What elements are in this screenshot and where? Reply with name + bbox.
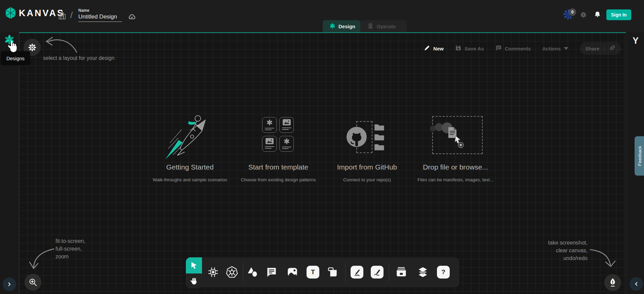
image-tool[interactable]	[285, 265, 300, 280]
design-tab-icon	[329, 23, 335, 30]
operate-tab-icon	[367, 23, 374, 30]
link-icon	[609, 44, 616, 52]
expand-left-panel-button[interactable]	[3, 278, 16, 291]
import-from-github-title[interactable]: Import from GitHub	[337, 163, 397, 171]
breadcrumb-separator: /	[70, 10, 73, 21]
layout-hint-text: select a layout for your design	[43, 54, 115, 62]
tab-operate[interactable]: Operate	[360, 20, 407, 32]
import-from-github-subtitle: Connect to your repo(s)	[343, 177, 391, 182]
template-thumb-design[interactable]	[262, 117, 277, 133]
cloud-save-status-icon	[128, 13, 136, 22]
zoom-controls-button[interactable]	[25, 274, 41, 291]
kanvas-logo-icon[interactable]	[5, 7, 16, 21]
comment-tool[interactable]	[264, 265, 279, 280]
drop-file-subtitle: Files can be manifests, images, text...	[417, 177, 493, 182]
feedback-label: Feedback	[637, 146, 642, 166]
save-icon	[455, 45, 461, 52]
left-rail	[0, 32, 19, 294]
actions-label: Actions	[542, 46, 561, 51]
canvas-actions-button[interactable]	[604, 274, 621, 291]
component-tool[interactable]	[206, 265, 220, 280]
new-label: New	[433, 46, 444, 51]
hand-cursor-icon	[7, 39, 19, 56]
notifications-bell-icon[interactable]	[594, 10, 601, 20]
actions-dropdown[interactable]: Actions	[542, 46, 568, 51]
design-name-label: Name	[78, 8, 89, 13]
getting-started-subtitle: Walk-throughs and sample scenarios	[153, 177, 227, 182]
tab-design[interactable]: Design	[323, 20, 360, 32]
notification-badge: 0	[569, 8, 576, 16]
organization-icon[interactable]	[58, 11, 67, 22]
drawer-tool[interactable]	[394, 265, 409, 280]
feedback-tab[interactable]: Feedback	[635, 136, 644, 176]
toolbar-divider	[345, 263, 346, 282]
bottom-left-hint: fit-to-screen, full-screen, zoom	[55, 237, 85, 260]
text-tool-glyph: T	[307, 266, 319, 279]
comments-button[interactable]: Comments	[495, 45, 531, 52]
share-divider	[604, 44, 604, 52]
sign-in-button[interactable]: Sign In	[606, 9, 631, 20]
start-from-template-subtitle: Choose from existing design patterns	[241, 177, 316, 182]
github-icon[interactable]	[346, 126, 367, 149]
pen-tool[interactable]	[350, 265, 364, 280]
new-button[interactable]: New	[424, 45, 444, 52]
design-canvas[interactable]	[19, 32, 626, 294]
collapse-right-panel-button[interactable]	[630, 277, 643, 291]
bottom-right-hint: take screenshot, clear canvas, undo/redo	[537, 239, 588, 262]
help-tool[interactable]: ?	[436, 265, 451, 280]
yaml-panel-icon[interactable]: Y	[633, 36, 639, 46]
template-thumb-image[interactable]	[279, 117, 294, 133]
pencil-tool[interactable]	[370, 265, 385, 280]
drop-file-illustration	[429, 122, 466, 153]
chevron-down-icon	[564, 47, 568, 50]
help-tool-glyph: ?	[437, 266, 450, 279]
share-label: Share	[585, 46, 599, 51]
getting-started-illustration[interactable]	[162, 111, 218, 163]
pencil-icon	[424, 45, 430, 52]
save-as-label: Save As	[465, 46, 484, 51]
layers-tool[interactable]	[415, 265, 430, 280]
repo-folder-icons	[374, 122, 385, 152]
share-button[interactable]: Share	[580, 42, 621, 55]
getting-started-title[interactable]: Getting Started	[166, 163, 213, 171]
toolbar-divider	[389, 263, 389, 282]
select-tool[interactable]	[186, 257, 202, 273]
text-tool[interactable]: T	[306, 265, 320, 280]
shapes-tool[interactable]	[245, 265, 260, 280]
template-thumb-image[interactable]	[262, 136, 277, 152]
design-name-input[interactable]	[78, 13, 122, 22]
design-action-bar: New Save As Comments Actions Share	[424, 42, 621, 55]
comments-icon	[495, 45, 502, 52]
tab-operate-label: Operate	[377, 24, 396, 29]
kubernetes-tool[interactable]	[225, 265, 239, 280]
comments-label: Comments	[505, 46, 531, 51]
template-thumb-design[interactable]	[279, 136, 294, 152]
drop-file-title[interactable]: Drop file or browse...	[423, 163, 488, 171]
save-as-button[interactable]: Save As	[455, 45, 484, 52]
note-tool[interactable]	[326, 265, 340, 280]
tab-design-label: Design	[338, 24, 355, 29]
start-from-template-title[interactable]: Start from template	[248, 163, 309, 171]
app-header: KANVAS / Name	[0, 0, 644, 32]
pan-tool[interactable]	[186, 273, 202, 288]
gear-icon[interactable]	[580, 11, 587, 20]
toolbar-divider	[243, 263, 243, 282]
